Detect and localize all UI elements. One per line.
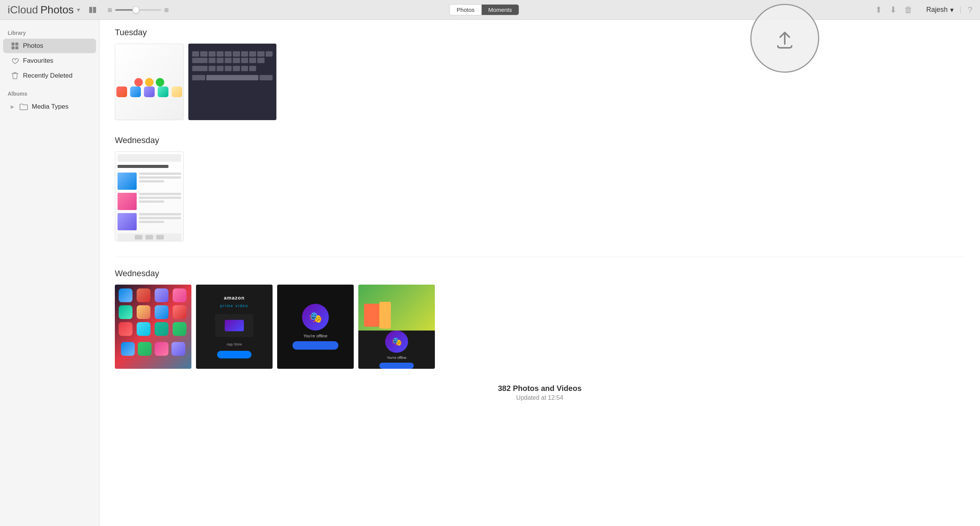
section-divider [115, 257, 965, 257]
sidebar-photos-label: Photos [23, 42, 43, 50]
zoom-slider[interactable] [115, 9, 161, 11]
zoom-out-icon: ⊞ [108, 7, 112, 13]
photos-grid-wednesday-1 [115, 151, 965, 241]
delete-icon[interactable]: 🗑 [904, 5, 913, 15]
photo-thumb-homescreen[interactable] [115, 285, 191, 369]
sidebar-item-favourites[interactable]: Favourites [3, 54, 96, 68]
library-section-label: Library [0, 28, 99, 38]
titlebar: iCloud Photos ▾ ⊞ ⊞ Photos Moments ⬆ ⬇ 🗑 [0, 0, 980, 20]
sidebar-media-types-label: Media Types [32, 103, 69, 111]
help-icon[interactable]: ? [968, 5, 972, 15]
photos-view-button[interactable]: Photos [450, 5, 482, 15]
share-icon[interactable]: ⬆ [875, 5, 882, 15]
expand-arrow-icon: ▶ [11, 104, 14, 109]
user-dropdown-arrow: ▾ [950, 6, 954, 14]
svg-rect-1 [15, 42, 18, 46]
photo-thumb-dock[interactable] [115, 44, 184, 120]
day-section-wednesday-1: Wednesday [115, 135, 965, 241]
heart-icon [11, 57, 19, 65]
brand-label: iCloud [8, 4, 38, 16]
svg-rect-2 [11, 46, 15, 49]
photo-thumb-outdoor[interactable]: 🎭 You're offline [358, 285, 435, 369]
summary-photos-count: 382 Photos and Videos [115, 384, 965, 393]
sidebar-item-media-types[interactable]: ▶ Media Types [3, 99, 96, 114]
app-section-label: Photos [40, 4, 74, 16]
photo-thumb-dark-app-1[interactable]: 🎭 You're offline [277, 285, 354, 369]
photos-grid-wednesday-2: amazon prime video App Store 🎭 You're of… [115, 285, 965, 369]
svg-rect-3 [15, 46, 18, 49]
view-toggle: Photos Moments [449, 4, 519, 15]
user-name: Rajesh [926, 6, 948, 14]
day-section-tuesday-1: Tuesday [115, 28, 965, 120]
app-icon-1: 🎭 [302, 304, 329, 331]
upload-circle[interactable] [750, 4, 819, 73]
sidebar: Library Photos Favourites [0, 20, 100, 526]
svg-rect-0 [11, 42, 15, 46]
offline-button-1[interactable] [292, 341, 338, 350]
photo-thumb-amazon[interactable]: amazon prime video App Store [196, 285, 273, 369]
titlebar-right: ⬆ ⬇ 🗑 Rajesh ▾ | ? [800, 5, 972, 15]
app-title: iCloud Photos ▾ [8, 4, 80, 16]
day-label-wednesday-2: Wednesday [115, 269, 965, 278]
day-label-wednesday-1: Wednesday [115, 135, 965, 145]
offline-text-1: You're offline [304, 334, 328, 338]
photo-thumb-news[interactable] [115, 151, 184, 241]
upload-icon [769, 23, 800, 54]
summary-bar: 382 Photos and Videos Updated at 12:54 [115, 384, 965, 417]
download-icon[interactable]: ⬇ [890, 5, 897, 15]
photo-thumb-keyboard[interactable] [188, 44, 276, 120]
summary-updated: Updated at 12:54 [115, 394, 965, 401]
main-layout: Library Photos Favourites [0, 20, 980, 526]
user-section[interactable]: Rajesh ▾ [926, 6, 954, 14]
sidebar-toggle-button[interactable] [89, 7, 96, 13]
zoom-slider-container: ⊞ ⊞ [108, 7, 169, 13]
app-dropdown-arrow[interactable]: ▾ [77, 6, 80, 13]
sidebar-item-photos[interactable]: Photos [3, 39, 96, 53]
folder-icon [20, 103, 28, 111]
sidebar-recently-deleted-label: Recently Deleted [23, 72, 72, 80]
day-label-tuesday-1: Tuesday [115, 28, 965, 37]
albums-section-label: Albums [0, 88, 99, 99]
moments-view-button[interactable]: Moments [482, 5, 519, 15]
photos-grid-tuesday-1 [115, 44, 965, 120]
day-section-wednesday-2: Wednesday [115, 269, 965, 369]
photos-icon [11, 42, 19, 50]
sidebar-item-recently-deleted[interactable]: Recently Deleted [3, 68, 96, 83]
content-area: Tuesday [100, 20, 980, 526]
separator: | [960, 5, 962, 14]
sidebar-favourites-label: Favourites [23, 57, 53, 65]
toolbar-actions: ⬆ ⬇ 🗑 [875, 5, 913, 15]
trash-icon [11, 72, 19, 80]
zoom-in-icon: ⊞ [164, 7, 169, 13]
view-toggle-container: Photos Moments [169, 4, 800, 15]
